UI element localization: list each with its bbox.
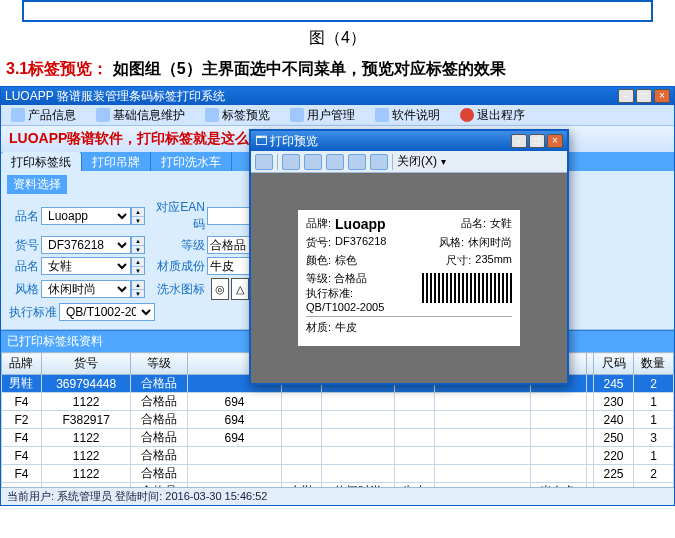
table-cell[interactable]: F4	[2, 429, 42, 447]
table-cell[interactable]	[434, 447, 530, 465]
menu-user-mgmt[interactable]: 用户管理	[280, 107, 365, 124]
wash-icon-1[interactable]: ◎	[211, 278, 229, 300]
nav-first-icon[interactable]	[348, 154, 366, 170]
table-cell[interactable]	[394, 465, 434, 483]
table-cell[interactable]: 合格品	[131, 465, 187, 483]
zoom-fit-icon[interactable]	[326, 154, 344, 170]
table-cell[interactable]	[394, 429, 434, 447]
table-cell[interactable]: 369794448	[41, 375, 131, 393]
table-cell[interactable]	[321, 393, 394, 411]
table-cell[interactable]: 220	[594, 447, 634, 465]
table-row[interactable]: F41122合格品2252	[2, 465, 674, 483]
table-cell[interactable]	[530, 429, 586, 447]
preview-close-text[interactable]: 关闭(X)	[397, 153, 437, 170]
table-cell[interactable]	[321, 465, 394, 483]
table-cell[interactable]	[434, 465, 530, 483]
table-cell[interactable]	[434, 429, 530, 447]
table-cell[interactable]: F2	[2, 411, 42, 429]
table-cell[interactable]: 合格品	[131, 375, 187, 393]
table-cell[interactable]	[321, 411, 394, 429]
table-cell[interactable]	[530, 411, 586, 429]
table-cell[interactable]: 694	[187, 393, 281, 411]
table-cell[interactable]	[587, 393, 594, 411]
name-select[interactable]: 女鞋	[41, 257, 131, 275]
table-cell[interactable]: 1122	[41, 393, 131, 411]
table-cell[interactable]	[587, 465, 594, 483]
exec-select[interactable]: QB/T1002-2005	[59, 303, 155, 321]
table-cell[interactable]: 合格品	[131, 393, 187, 411]
tab-print-label-paper[interactable]: 打印标签纸	[1, 152, 82, 171]
table-cell[interactable]	[321, 429, 394, 447]
name-spin[interactable]: ▲▼	[131, 257, 145, 275]
grid-header-cell[interactable]: 数量	[633, 353, 673, 375]
preview-close-button[interactable]: ×	[547, 134, 563, 148]
table-cell[interactable]	[530, 447, 586, 465]
table-cell[interactable]: 男鞋	[2, 375, 42, 393]
table-cell[interactable]	[282, 429, 322, 447]
window-minimize-button[interactable]: -	[618, 89, 634, 103]
tab-print-wash-label[interactable]: 打印洗水车	[151, 152, 232, 171]
table-cell[interactable]: 230	[594, 393, 634, 411]
grid-header-cell[interactable]	[587, 353, 594, 375]
table-row[interactable]: F41122合格品2201	[2, 447, 674, 465]
table-cell[interactable]: 1122	[41, 465, 131, 483]
table-row[interactable]: F41122合格品6942503	[2, 429, 674, 447]
table-cell[interactable]	[394, 447, 434, 465]
table-cell[interactable]: 合格品	[131, 447, 187, 465]
table-cell[interactable]: 1	[633, 393, 673, 411]
window-maximize-button[interactable]: □	[636, 89, 652, 103]
table-cell[interactable]: 3	[633, 429, 673, 447]
table-cell[interactable]: 694	[187, 411, 281, 429]
table-cell[interactable]	[394, 411, 434, 429]
menu-base-info[interactable]: 基础信息维护	[86, 107, 195, 124]
table-cell[interactable]	[282, 411, 322, 429]
table-cell[interactable]: 240	[594, 411, 634, 429]
nav-prev-icon[interactable]	[370, 154, 388, 170]
preview-minimize-button[interactable]: -	[511, 134, 527, 148]
table-cell[interactable]	[434, 411, 530, 429]
menu-label-preview[interactable]: 标签预览	[195, 107, 280, 124]
table-cell[interactable]: F382917	[41, 411, 131, 429]
brand-spin[interactable]: ▲▼	[131, 207, 145, 225]
table-cell[interactable]: 1	[633, 447, 673, 465]
window-close-button[interactable]: ×	[654, 89, 670, 103]
table-cell[interactable]: 1	[633, 411, 673, 429]
tab-print-hangtag[interactable]: 打印吊牌	[82, 152, 151, 171]
table-cell[interactable]	[187, 465, 281, 483]
table-cell[interactable]: 2	[633, 375, 673, 393]
grid-header-cell[interactable]: 等级	[131, 353, 187, 375]
menu-product-info[interactable]: 产品信息	[1, 107, 86, 124]
table-cell[interactable]	[587, 411, 594, 429]
table-cell[interactable]	[530, 393, 586, 411]
zoom-in-icon[interactable]	[282, 154, 300, 170]
table-cell[interactable]	[587, 429, 594, 447]
table-cell[interactable]	[282, 447, 322, 465]
table-cell[interactable]	[282, 465, 322, 483]
grid-header-cell[interactable]: 货号	[41, 353, 131, 375]
table-cell[interactable]	[587, 375, 594, 393]
print-icon[interactable]	[255, 154, 273, 170]
table-cell[interactable]	[394, 393, 434, 411]
code-select[interactable]: DF376218	[41, 236, 131, 254]
table-cell[interactable]: 1122	[41, 429, 131, 447]
preview-maximize-button[interactable]: □	[529, 134, 545, 148]
zoom-out-icon[interactable]	[304, 154, 322, 170]
table-cell[interactable]	[434, 393, 530, 411]
wash-icon-2[interactable]: △	[231, 278, 249, 300]
table-cell[interactable]	[187, 447, 281, 465]
table-cell[interactable]: F4	[2, 447, 42, 465]
table-cell[interactable]: 225	[594, 465, 634, 483]
table-cell[interactable]: 250	[594, 429, 634, 447]
table-cell[interactable]	[530, 465, 586, 483]
table-cell[interactable]: F4	[2, 393, 42, 411]
table-cell[interactable]	[587, 447, 594, 465]
table-cell[interactable]: 合格品	[131, 411, 187, 429]
style-select[interactable]: 休闲时尚	[41, 280, 131, 298]
brand-select[interactable]: Luoapp	[41, 207, 131, 225]
grid-header-cell[interactable]: 品牌	[2, 353, 42, 375]
code-spin[interactable]: ▲▼	[131, 236, 145, 254]
table-cell[interactable]: 1122	[41, 447, 131, 465]
table-row[interactable]: F41122合格品6942301	[2, 393, 674, 411]
table-cell[interactable]: F4	[2, 465, 42, 483]
style-spin[interactable]: ▲▼	[131, 280, 145, 298]
